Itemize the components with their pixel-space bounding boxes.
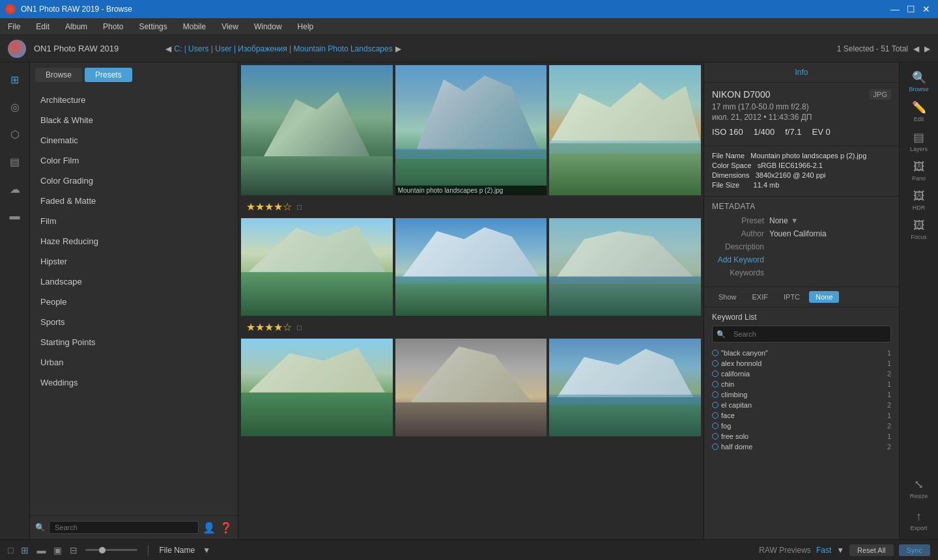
preset-item-architecture[interactable]: Architecture: [30, 90, 238, 110]
keyword-search-input[interactable]: [728, 328, 887, 340]
preset-item-fadedmatte[interactable]: Faded & Matte: [30, 191, 238, 211]
keyword-item-2[interactable]: california2: [712, 369, 891, 379]
preset-item-urban[interactable]: Urban: [30, 352, 238, 372]
nav-right-icon[interactable]: ▶: [924, 44, 930, 53]
edit-tool-icon: ✏️: [912, 100, 926, 115]
preset-item-colorfilm[interactable]: Color Film: [30, 150, 238, 171]
view-grid-btn[interactable]: ⊞: [21, 545, 29, 555]
menu-window[interactable]: Window: [251, 21, 285, 33]
nav-arrows: 1 Selected - 51 Total ◀ ▶: [837, 44, 930, 53]
photo-cell-7[interactable]: [241, 339, 393, 436]
view-single-btn[interactable]: □: [8, 545, 13, 555]
presets-tab[interactable]: Presets: [85, 68, 132, 82]
meta-tab-none[interactable]: None: [809, 291, 839, 303]
focus-tool[interactable]: 🖼 Focus: [902, 216, 937, 243]
menu-view[interactable]: View: [219, 21, 241, 33]
sync-button[interactable]: Sync: [899, 544, 930, 556]
preset-item-colorgrading[interactable]: Color Grading: [30, 171, 238, 191]
menu-settings[interactable]: Settings: [136, 21, 169, 33]
keyword-list-title: Keyword List: [712, 313, 891, 322]
cloud-icon-btn[interactable]: ☁: [3, 177, 27, 201]
maximize-button[interactable]: ☐: [904, 3, 917, 16]
strip-icon-btn[interactable]: ▬: [3, 204, 27, 228]
view-compare-btn[interactable]: ▣: [53, 545, 62, 555]
keyword-item-5[interactable]: el capitan2: [712, 400, 891, 410]
breadcrumb: ◀ C: | Users | User | Изображения | Moun…: [165, 44, 401, 53]
browse-icon-btn[interactable]: ⊞: [3, 68, 27, 91]
hdr-tool[interactable]: 🖼 HDR: [902, 187, 937, 214]
view-multi-btn[interactable]: ⊟: [70, 545, 78, 555]
nav-left-icon[interactable]: ◀: [913, 44, 919, 53]
effects-icon-btn[interactable]: ⬡: [3, 122, 27, 146]
keyword-item-4[interactable]: climbing1: [712, 389, 891, 400]
stars-display-1[interactable]: ★★★★☆: [246, 201, 292, 213]
keyword-item-6[interactable]: face1: [712, 410, 891, 421]
filename-value: Mountain photo landscapes p (2).jpg: [750, 152, 866, 160]
photo-cell-6[interactable]: [549, 218, 701, 316]
description-label: Description: [712, 242, 764, 251]
add-keyword-label[interactable]: Add Keyword: [712, 255, 764, 264]
menu-photo[interactable]: Photo: [100, 21, 126, 33]
preset-item-film[interactable]: Film: [30, 211, 238, 231]
camera-icon-btn[interactable]: ◎: [3, 95, 27, 119]
flag-icon-2[interactable]: □: [297, 323, 302, 332]
resize-tool[interactable]: ⤡ Resize: [902, 475, 937, 502]
meta-tab-exif[interactable]: EXIF: [746, 291, 775, 303]
flag-icon-1[interactable]: □: [297, 203, 302, 212]
zoom-slider[interactable]: [85, 549, 137, 551]
photo-cell-4[interactable]: [241, 218, 393, 316]
preset-item-landscape[interactable]: Landscape: [30, 272, 238, 292]
sort-dropdown-icon[interactable]: ▼: [203, 546, 210, 555]
photo-cell-5[interactable]: [395, 218, 547, 316]
edit-tool[interactable]: ✏️ Edit: [902, 98, 937, 125]
keyword-item-0[interactable]: "black canyon"1: [712, 348, 891, 358]
keyword-item-7[interactable]: fog2: [712, 421, 891, 431]
preset-row: Preset None ▼: [712, 216, 891, 225]
keyword-item-1[interactable]: alex honnold1: [712, 358, 891, 369]
keyword-item-8[interactable]: free solo1: [712, 431, 891, 441]
nav-prev-button[interactable]: ◀: [165, 44, 171, 53]
photo-cell-9[interactable]: [549, 339, 701, 436]
photo-cell-3[interactable]: [549, 65, 701, 195]
meta-tab-iptc[interactable]: IPTC: [777, 291, 806, 303]
close-button[interactable]: ✕: [920, 3, 933, 16]
minimize-button[interactable]: —: [888, 3, 902, 16]
info-panel-title: Info: [704, 63, 899, 83]
view-filmstrip-btn[interactable]: ▬: [36, 545, 46, 555]
keyword-item-9[interactable]: half dome2: [712, 441, 891, 452]
titlebar-controls[interactable]: — ☐ ✕: [888, 3, 933, 16]
browse-tool[interactable]: 🔍 Browse: [902, 68, 937, 95]
keyword-item-3[interactable]: chin1: [712, 379, 891, 389]
menu-file[interactable]: File: [5, 21, 23, 33]
photo-cell-1[interactable]: [241, 65, 393, 195]
preset-item-hazereducing[interactable]: Haze Reducing: [30, 231, 238, 251]
preset-value: None: [769, 216, 788, 225]
preset-item-weddings[interactable]: Weddings: [30, 372, 238, 393]
preset-item-cinematic[interactable]: Cinematic: [30, 130, 238, 150]
menu-album[interactable]: Album: [63, 21, 90, 33]
pano-tool[interactable]: 🖼 Pano: [902, 158, 937, 184]
meta-tab-show[interactable]: Show: [712, 291, 743, 303]
menu-help[interactable]: Help: [295, 21, 317, 33]
preset-dropdown[interactable]: None ▼: [769, 216, 799, 225]
preset-item-startingpoints[interactable]: Starting Points: [30, 332, 238, 352]
author-value: Youen California: [769, 229, 827, 238]
export-tool[interactable]: ↑ Export: [902, 507, 937, 534]
menu-edit[interactable]: Edit: [33, 21, 52, 33]
photo-cell-8[interactable]: [395, 339, 547, 436]
photo-grid: Mountain photo landscapes p (2).jpg ★★★★…: [238, 63, 704, 539]
layers-tool[interactable]: ▤ Layers: [902, 128, 937, 155]
preset-item-bw[interactable]: Black & White: [30, 110, 238, 130]
photo-cell-selected[interactable]: Mountain photo landscapes p (2).jpg: [395, 65, 547, 195]
preset-item-sports[interactable]: Sports: [30, 312, 238, 332]
nav-next-button[interactable]: ▶: [395, 44, 401, 53]
layers-icon-btn[interactable]: ▤: [3, 150, 27, 173]
menu-mobile[interactable]: Mobile: [180, 21, 208, 33]
browse-tab[interactable]: Browse: [35, 68, 82, 82]
raw-dropdown-icon[interactable]: ▼: [836, 546, 844, 555]
preset-item-people[interactable]: People: [30, 292, 238, 312]
preset-item-hipster[interactable]: Hipster: [30, 251, 238, 272]
reset-all-button[interactable]: Reset All: [849, 544, 893, 556]
stars-display-2[interactable]: ★★★★☆: [246, 321, 292, 333]
sidebar-search-input[interactable]: [49, 521, 199, 534]
